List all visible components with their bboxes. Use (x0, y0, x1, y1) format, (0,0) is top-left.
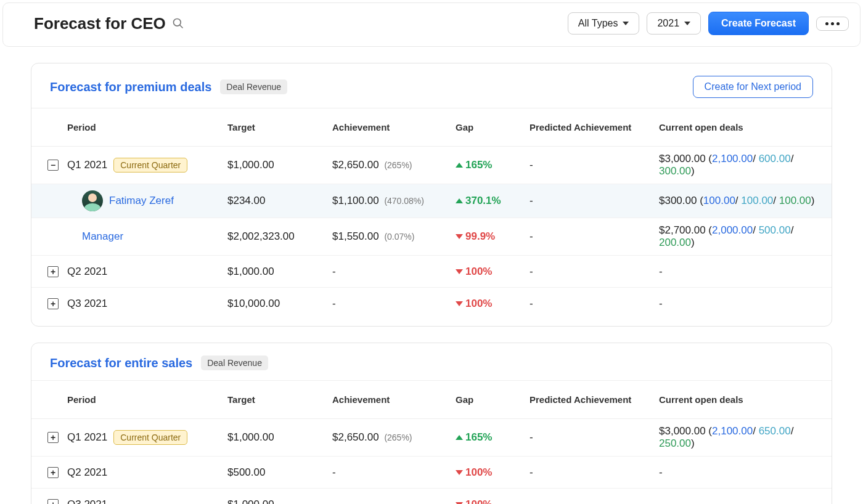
achievement-pct: (265%) (384, 160, 412, 170)
col-target: Target (224, 116, 329, 139)
target-value: $234.00 (224, 189, 329, 213)
col-predicted: Predicted Achievement (526, 388, 655, 411)
expand-toggle[interactable] (47, 432, 59, 443)
period-label: Q1 2021 (67, 431, 107, 444)
page-title-text: Forecast for CEO (34, 14, 166, 33)
predicted-value: - (526, 153, 655, 177)
table-row: Manager $2,002,323.00 $1,550.00 (0.07%) … (31, 218, 832, 256)
col-gap: Gap (452, 116, 526, 139)
gap-value: 99.9% (456, 230, 522, 243)
target-value: $1,000.00 (224, 492, 329, 504)
year-filter-label: 2021 (657, 18, 679, 29)
expand-toggle[interactable] (47, 160, 59, 171)
user-link[interactable]: Fatimay Zeref (109, 195, 174, 207)
target-value: $1,000.00 (224, 153, 329, 177)
target-value: $1,000.00 (224, 259, 329, 284)
table-row: Q1 2021Current Quarter $1,000.00 $2,650.… (31, 147, 832, 184)
col-achievement: Achievement (329, 388, 452, 411)
period-label: Q3 2021 (67, 498, 107, 504)
create-next-period-button[interactable]: Create for Next period (693, 76, 813, 98)
predicted-value: - (526, 224, 655, 249)
period-label: Q1 2021 (67, 159, 107, 171)
period-label: Q3 2021 (67, 298, 107, 310)
gap-value: 100% (456, 266, 522, 278)
open-deals-value: - (659, 266, 663, 277)
target-value: $1,000.00 (224, 425, 329, 450)
achievement-value: $2,650.00 (332, 159, 379, 171)
arrow-up-icon (456, 435, 463, 440)
expand-toggle[interactable] (47, 266, 59, 277)
type-filter-label: All Types (578, 18, 618, 29)
search-icon[interactable] (172, 17, 184, 30)
forecast-section: Forecast for premium deals Deal Revenue … (31, 63, 832, 327)
arrow-down-icon (456, 234, 463, 239)
page-title: Forecast for CEO (34, 14, 184, 33)
col-period: Period (63, 116, 224, 139)
table-header: Period Target Achievement Gap Predicted … (31, 380, 832, 419)
gap-value: 100% (456, 298, 522, 310)
table-row: Q2 2021 $1,000.00 - 100% - - (31, 256, 832, 288)
col-achievement: Achievement (329, 116, 452, 139)
open-deals-value: - (659, 466, 663, 478)
achievement-pct: (470.08%) (384, 196, 424, 206)
type-filter[interactable]: All Types (568, 12, 640, 35)
svg-point-0 (173, 19, 181, 26)
table-row: Fatimay Zeref $234.00 $1,100.00 (470.08%… (31, 184, 832, 218)
gap-value: 165% (456, 431, 522, 444)
topbar: Forecast for CEO All Types 2021 Create F… (2, 2, 861, 47)
table-header: Period Target Achievement Gap Predicted … (31, 108, 832, 147)
gap-value: 165% (456, 159, 522, 171)
target-value: $10,000.00 (224, 291, 329, 316)
predicted-value: - (526, 492, 655, 504)
table-row: Q2 2021 $500.00 - 100% - - (31, 457, 832, 489)
section-header: Forecast for premium deals Deal Revenue … (31, 63, 832, 108)
section-title[interactable]: Forecast for entire sales (50, 356, 192, 370)
predicted-value: - (526, 189, 655, 213)
predicted-value: - (526, 259, 655, 284)
create-forecast-button[interactable]: Create Forecast (708, 12, 809, 35)
gap-value: 370.1% (456, 195, 522, 207)
forecast-section: Forecast for entire sales Deal Revenue P… (31, 343, 832, 504)
predicted-value: - (526, 291, 655, 316)
expand-toggle[interactable] (47, 499, 59, 504)
target-value: $500.00 (224, 460, 329, 485)
year-filter[interactable]: 2021 (647, 12, 701, 35)
achievement-pct: (265%) (384, 433, 412, 442)
open-deals-value: - (659, 498, 663, 504)
table-row: Q3 2021 $1,000.00 - 100% - - (31, 489, 832, 504)
expand-toggle[interactable] (47, 467, 59, 478)
dots-icon (825, 22, 840, 25)
target-value: $2,002,323.00 (224, 224, 329, 249)
chevron-down-icon (623, 22, 629, 25)
gap-value: 100% (456, 498, 522, 504)
achievement-value: $1,550.00 (332, 230, 379, 242)
more-actions-button[interactable] (816, 17, 849, 31)
current-quarter-badge: Current Quarter (113, 158, 187, 173)
arrow-down-icon (456, 470, 463, 475)
section-tag: Deal Revenue (220, 79, 287, 94)
table-row: Q1 2021Current Quarter $1,000.00 $2,650.… (31, 419, 832, 457)
user-link[interactable]: Manager (82, 230, 123, 243)
open-deals-value: $2,700.00 (2,000.00/ 500.00/ 200.00) (659, 224, 793, 248)
period-label: Q2 2021 (67, 466, 107, 479)
current-quarter-badge: Current Quarter (113, 430, 187, 445)
col-open: Current open deals (655, 116, 832, 139)
top-actions: All Types 2021 Create Forecast (568, 12, 849, 35)
expand-toggle[interactable] (47, 298, 59, 309)
col-period: Period (63, 388, 224, 411)
period-label: Q2 2021 (67, 266, 107, 278)
arrow-down-icon (456, 269, 463, 274)
col-gap: Gap (452, 388, 526, 411)
open-deals-value: - (659, 298, 663, 309)
open-deals-value: $300.00 (100.00/ 100.00/ 100.00) (659, 195, 814, 206)
section-title[interactable]: Forecast for premium deals (50, 80, 211, 94)
arrow-up-icon (456, 163, 463, 168)
arrow-down-icon (456, 301, 463, 306)
arrow-up-icon (456, 198, 463, 203)
col-open: Current open deals (655, 388, 832, 411)
user-avatar (82, 190, 103, 211)
achievement-value: $2,650.00 (332, 431, 379, 443)
achievement-pct: (0.07%) (384, 232, 414, 242)
open-deals-value: $3,000.00 (2,100.00/ 600.00/ 300.00) (659, 153, 793, 177)
predicted-value: - (526, 460, 655, 485)
